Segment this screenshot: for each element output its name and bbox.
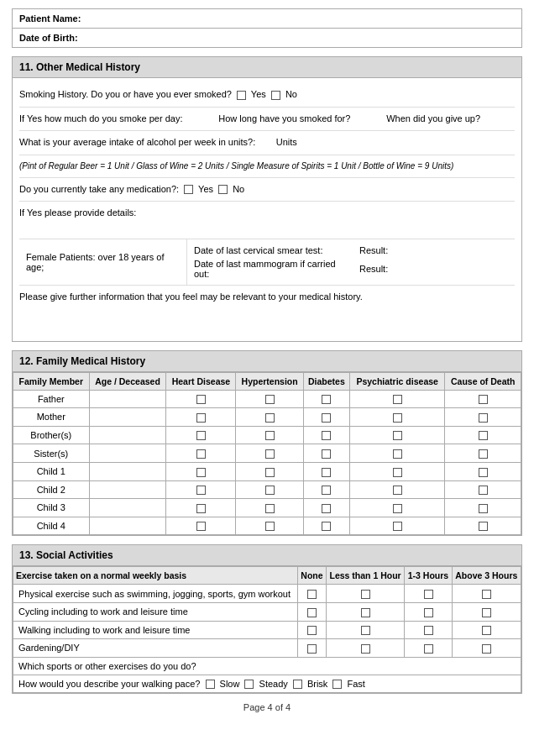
female-patients-row: Female Patients: over 18 years of age; D… [19, 239, 515, 286]
none-checkbox[interactable] [307, 626, 317, 635]
no-checkbox[interactable] [271, 91, 280, 100]
1-3hrs-checkbox[interactable] [424, 590, 433, 599]
cause-of-death-cell [445, 499, 521, 517]
medication-no-checkbox[interactable] [218, 185, 228, 194]
cause-of-death-checkbox[interactable] [479, 413, 488, 423]
mammogram-result: Result: [359, 264, 508, 274]
heart-disease-checkbox[interactable] [196, 486, 206, 495]
cause-of-death-checkbox[interactable] [479, 522, 488, 531]
less-1hr-checkbox[interactable] [361, 608, 370, 617]
psychiatric-checkbox[interactable] [393, 468, 402, 477]
section-11-body: Smoking History. Do you or have you ever… [13, 78, 521, 341]
cause-of-death-checkbox[interactable] [479, 449, 488, 459]
above-3hrs-cell [452, 602, 521, 621]
heart-disease-checkbox[interactable] [196, 395, 206, 404]
units-label: Units [276, 137, 297, 147]
cause-of-death-checkbox[interactable] [479, 486, 488, 495]
above-3hrs-checkbox[interactable] [482, 608, 491, 617]
hypertension-checkbox[interactable] [265, 468, 275, 477]
walking-pace-label: How would you describe your walking pace… [13, 675, 521, 693]
hypertension-checkbox[interactable] [265, 522, 275, 531]
above-3hrs-checkbox[interactable] [482, 590, 491, 599]
cause-of-death-cell [445, 426, 521, 444]
brisk-pace-checkbox[interactable] [293, 680, 302, 689]
age-deceased-cell [89, 390, 166, 408]
diabetes-checkbox[interactable] [322, 431, 331, 440]
heart-disease-cell [166, 408, 236, 427]
yes-label: Yes [251, 89, 266, 99]
none-checkbox[interactable] [307, 590, 317, 599]
1-3hrs-cell [405, 639, 452, 658]
psychiatric-checkbox[interactable] [393, 413, 402, 423]
female-patients-label-cell: Female Patients: over 18 years of age; [19, 239, 187, 285]
less-1hr-checkbox[interactable] [361, 590, 370, 599]
patient-name-label: Patient Name: [19, 13, 81, 24]
none-cell [298, 585, 327, 603]
diabetes-checkbox[interactable] [322, 468, 331, 477]
above-3hrs-checkbox[interactable] [482, 644, 491, 654]
diabetes-checkbox[interactable] [322, 395, 331, 404]
steady-pace-checkbox[interactable] [244, 680, 254, 689]
medication-no-label: No [233, 184, 244, 194]
diabetes-checkbox[interactable] [322, 504, 331, 513]
heart-disease-checkbox[interactable] [196, 413, 206, 423]
hypertension-checkbox[interactable] [265, 504, 275, 513]
diabetes-checkbox[interactable] [322, 522, 331, 531]
psychiatric-checkbox[interactable] [393, 504, 402, 513]
cause-of-death-checkbox[interactable] [479, 431, 488, 440]
psychiatric-cell [349, 444, 444, 463]
age-deceased-cell [89, 426, 166, 444]
psychiatric-cell [349, 480, 444, 499]
alcohol-note: (Pint of Regular Beer = 1 Unit / Glass o… [19, 161, 453, 171]
above-3hrs-checkbox[interactable] [482, 626, 491, 635]
diabetes-checkbox[interactable] [322, 449, 331, 459]
hypertension-checkbox[interactable] [265, 395, 275, 404]
heart-disease-checkbox[interactable] [196, 522, 206, 531]
col-psychiatric: Psychiatric disease [349, 372, 444, 390]
heart-disease-checkbox[interactable] [196, 431, 206, 440]
psychiatric-checkbox[interactable] [393, 522, 402, 531]
heart-disease-checkbox[interactable] [196, 468, 206, 477]
medication-yes-checkbox[interactable] [184, 185, 193, 194]
col-hypertension: Hypertension [236, 372, 303, 390]
cause-of-death-checkbox[interactable] [479, 395, 488, 404]
psychiatric-checkbox[interactable] [393, 395, 402, 404]
smoke-per-day-row: If Yes how much do you smoke per day: Ho… [19, 108, 515, 132]
col-age-deceased: Age / Deceased [89, 372, 166, 390]
1-3hrs-checkbox[interactable] [424, 644, 433, 654]
heart-disease-checkbox[interactable] [196, 504, 206, 513]
hypertension-checkbox[interactable] [265, 413, 275, 423]
cause-of-death-checkbox[interactable] [479, 504, 488, 513]
1-3hrs-checkbox[interactable] [424, 608, 433, 617]
heart-disease-checkbox[interactable] [196, 449, 206, 459]
psychiatric-checkbox[interactable] [393, 486, 402, 495]
1-3hrs-checkbox[interactable] [424, 626, 433, 635]
if-yes-label: If Yes please provide details: [19, 207, 136, 218]
cause-of-death-checkbox[interactable] [479, 468, 488, 477]
medication-label: Do you currently take any medication?: [19, 184, 179, 194]
table-row: Mother [13, 408, 521, 427]
hypertension-checkbox[interactable] [265, 486, 275, 495]
yes-checkbox[interactable] [237, 91, 246, 100]
how-long-label: How long have you smoked for? [218, 113, 350, 123]
slow-pace-checkbox[interactable] [206, 680, 215, 689]
hypertension-checkbox[interactable] [265, 431, 275, 440]
psychiatric-checkbox[interactable] [393, 449, 402, 459]
psychiatric-checkbox[interactable] [393, 431, 402, 440]
none-checkbox[interactable] [307, 644, 317, 654]
female-patients-right-cell: Date of last cervical smear test: Result… [187, 239, 515, 285]
less-1hr-checkbox[interactable] [361, 626, 370, 635]
smoking-label: Smoking History. Do you or have you ever… [19, 89, 232, 99]
less-1hr-checkbox[interactable] [361, 644, 370, 654]
diabetes-checkbox[interactable] [322, 486, 331, 495]
hypertension-checkbox[interactable] [265, 449, 275, 459]
age-deceased-cell [89, 499, 166, 517]
none-checkbox[interactable] [307, 608, 317, 617]
diabetes-cell [303, 517, 349, 535]
table-row: Child 1 [13, 462, 521, 480]
none-cell [298, 602, 327, 621]
diabetes-checkbox[interactable] [322, 413, 331, 423]
fast-pace-checkbox[interactable] [332, 680, 342, 689]
cause-of-death-cell [445, 408, 521, 427]
less-1hr-cell [326, 639, 405, 658]
